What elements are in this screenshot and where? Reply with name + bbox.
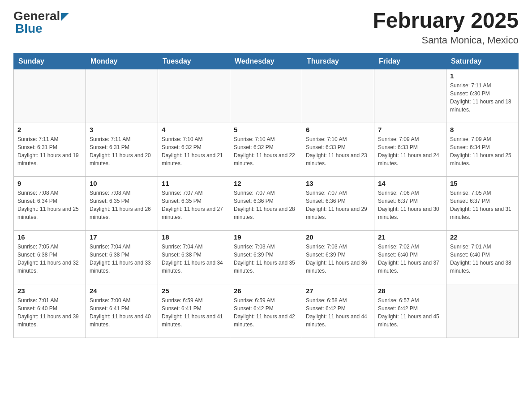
calendar-cell: 15Sunrise: 7:05 AMSunset: 6:37 PMDayligh… [446, 176, 519, 230]
day-number: 4 [162, 126, 226, 133]
calendar-cell: 24Sunrise: 7:00 AMSunset: 6:41 PMDayligh… [86, 284, 158, 338]
day-number: 18 [162, 233, 226, 241]
day-info: Sunrise: 7:05 AMSunset: 6:38 PMDaylight:… [17, 243, 82, 275]
col-saturday: Saturday [446, 53, 519, 69]
day-info: Sunrise: 7:10 AMSunset: 6:32 PMDaylight:… [234, 135, 298, 167]
day-info: Sunrise: 7:04 AMSunset: 6:38 PMDaylight:… [162, 243, 226, 275]
week-row-3: 9Sunrise: 7:08 AMSunset: 6:34 PMDaylight… [14, 176, 519, 230]
calendar-cell: 5Sunrise: 7:10 AMSunset: 6:32 PMDaylight… [230, 123, 302, 176]
day-number: 20 [306, 233, 370, 241]
calendar-cell: 11Sunrise: 7:07 AMSunset: 6:35 PMDayligh… [158, 176, 230, 230]
day-info: Sunrise: 7:08 AMSunset: 6:35 PMDaylight:… [90, 189, 154, 221]
day-info: Sunrise: 7:07 AMSunset: 6:35 PMDaylight:… [162, 189, 226, 221]
calendar-cell: 22Sunrise: 7:01 AMSunset: 6:40 PMDayligh… [446, 230, 519, 284]
calendar-cell: 19Sunrise: 7:03 AMSunset: 6:39 PMDayligh… [230, 230, 302, 284]
day-info: Sunrise: 6:57 AMSunset: 6:42 PMDaylight:… [378, 296, 442, 329]
day-number: 6 [306, 126, 370, 133]
day-number: 11 [162, 180, 226, 187]
calendar-cell [86, 69, 158, 123]
day-number: 22 [450, 233, 515, 241]
week-row-4: 16Sunrise: 7:05 AMSunset: 6:38 PMDayligh… [14, 230, 519, 284]
calendar-cell: 16Sunrise: 7:05 AMSunset: 6:38 PMDayligh… [14, 230, 86, 284]
calendar-cell [374, 69, 446, 123]
day-number: 23 [17, 287, 82, 295]
day-info: Sunrise: 6:58 AMSunset: 6:42 PMDaylight:… [306, 296, 370, 329]
calendar-cell [446, 284, 519, 338]
day-number: 12 [234, 180, 298, 187]
calendar-cell [14, 69, 86, 123]
day-number: 7 [378, 126, 442, 133]
day-number: 25 [162, 287, 226, 295]
week-row-2: 2Sunrise: 7:11 AMSunset: 6:31 PMDaylight… [14, 123, 519, 176]
day-info: Sunrise: 7:01 AMSunset: 6:40 PMDaylight:… [17, 296, 82, 329]
calendar-cell: 14Sunrise: 7:06 AMSunset: 6:37 PMDayligh… [374, 176, 446, 230]
day-info: Sunrise: 7:09 AMSunset: 6:34 PMDaylight:… [450, 135, 515, 167]
day-info: Sunrise: 7:00 AMSunset: 6:41 PMDaylight:… [90, 296, 154, 329]
calendar-cell: 17Sunrise: 7:04 AMSunset: 6:38 PMDayligh… [86, 230, 158, 284]
calendar-subtitle: Santa Monica, Mexico [373, 34, 519, 46]
logo: General Blue [13, 9, 69, 36]
week-row-5: 23Sunrise: 7:01 AMSunset: 6:40 PMDayligh… [14, 284, 519, 338]
day-info: Sunrise: 7:09 AMSunset: 6:33 PMDaylight:… [378, 135, 442, 167]
calendar-cell: 25Sunrise: 6:59 AMSunset: 6:41 PMDayligh… [158, 284, 230, 338]
calendar-cell: 10Sunrise: 7:08 AMSunset: 6:35 PMDayligh… [86, 176, 158, 230]
day-number: 2 [17, 126, 82, 133]
day-info: Sunrise: 7:02 AMSunset: 6:40 PMDaylight:… [378, 243, 442, 275]
day-info: Sunrise: 6:59 AMSunset: 6:42 PMDaylight:… [234, 296, 298, 329]
calendar-header-row: Sunday Monday Tuesday Wednesday Thursday… [14, 53, 519, 69]
day-number: 15 [450, 180, 515, 187]
day-info: Sunrise: 6:59 AMSunset: 6:41 PMDaylight:… [162, 296, 226, 329]
day-info: Sunrise: 7:10 AMSunset: 6:33 PMDaylight:… [306, 135, 370, 167]
day-number: 16 [17, 233, 82, 241]
day-number: 26 [234, 287, 298, 295]
calendar-cell: 2Sunrise: 7:11 AMSunset: 6:31 PMDaylight… [14, 123, 86, 176]
day-number: 24 [90, 287, 154, 295]
calendar-cell: 21Sunrise: 7:02 AMSunset: 6:40 PMDayligh… [374, 230, 446, 284]
day-number: 21 [378, 233, 442, 241]
calendar-cell: 13Sunrise: 7:07 AMSunset: 6:36 PMDayligh… [302, 176, 374, 230]
day-number: 19 [234, 233, 298, 241]
day-number: 3 [90, 126, 154, 133]
day-info: Sunrise: 7:03 AMSunset: 6:39 PMDaylight:… [234, 243, 298, 275]
day-number: 28 [378, 287, 442, 295]
day-number: 5 [234, 126, 298, 133]
day-number: 17 [90, 233, 154, 241]
day-number: 1 [450, 72, 515, 80]
day-info: Sunrise: 7:08 AMSunset: 6:34 PMDaylight:… [17, 189, 82, 221]
day-number: 10 [90, 180, 154, 187]
day-number: 13 [306, 180, 370, 187]
day-info: Sunrise: 7:01 AMSunset: 6:40 PMDaylight:… [450, 243, 515, 275]
day-number: 27 [306, 287, 370, 295]
week-row-1: 1Sunrise: 7:11 AMSunset: 6:30 PMDaylight… [14, 69, 519, 123]
day-number: 14 [378, 180, 442, 187]
calendar-cell: 7Sunrise: 7:09 AMSunset: 6:33 PMDaylight… [374, 123, 446, 176]
day-info: Sunrise: 7:04 AMSunset: 6:38 PMDaylight:… [90, 243, 154, 275]
calendar-cell: 12Sunrise: 7:07 AMSunset: 6:36 PMDayligh… [230, 176, 302, 230]
calendar-cell [230, 69, 302, 123]
calendar-table: Sunday Monday Tuesday Wednesday Thursday… [13, 53, 519, 338]
calendar-title: February 2025 [373, 9, 519, 33]
calendar-cell: 8Sunrise: 7:09 AMSunset: 6:34 PMDaylight… [446, 123, 519, 176]
page-header: General Blue February 2025 Santa Monica,… [13, 9, 519, 46]
logo-blue-text: Blue [15, 21, 43, 36]
day-info: Sunrise: 7:07 AMSunset: 6:36 PMDaylight:… [306, 189, 370, 221]
day-info: Sunrise: 7:11 AMSunset: 6:30 PMDaylight:… [450, 81, 515, 114]
calendar-cell: 3Sunrise: 7:11 AMSunset: 6:31 PMDaylight… [86, 123, 158, 176]
calendar-cell: 9Sunrise: 7:08 AMSunset: 6:34 PMDaylight… [14, 176, 86, 230]
day-info: Sunrise: 7:07 AMSunset: 6:36 PMDaylight:… [234, 189, 298, 221]
calendar-cell [158, 69, 230, 123]
calendar-cell: 23Sunrise: 7:01 AMSunset: 6:40 PMDayligh… [14, 284, 86, 338]
day-number: 9 [17, 180, 82, 187]
calendar-cell: 18Sunrise: 7:04 AMSunset: 6:38 PMDayligh… [158, 230, 230, 284]
day-info: Sunrise: 7:03 AMSunset: 6:39 PMDaylight:… [306, 243, 370, 275]
day-info: Sunrise: 7:06 AMSunset: 6:37 PMDaylight:… [378, 189, 442, 221]
calendar-cell: 6Sunrise: 7:10 AMSunset: 6:33 PMDaylight… [302, 123, 374, 176]
calendar-cell: 28Sunrise: 6:57 AMSunset: 6:42 PMDayligh… [374, 284, 446, 338]
svg-marker-0 [61, 13, 69, 21]
calendar-cell: 20Sunrise: 7:03 AMSunset: 6:39 PMDayligh… [302, 230, 374, 284]
day-info: Sunrise: 7:10 AMSunset: 6:32 PMDaylight:… [162, 135, 226, 167]
calendar-title-section: February 2025 Santa Monica, Mexico [373, 9, 519, 46]
col-sunday: Sunday [14, 53, 86, 69]
col-wednesday: Wednesday [230, 53, 302, 69]
calendar-cell [302, 69, 374, 123]
